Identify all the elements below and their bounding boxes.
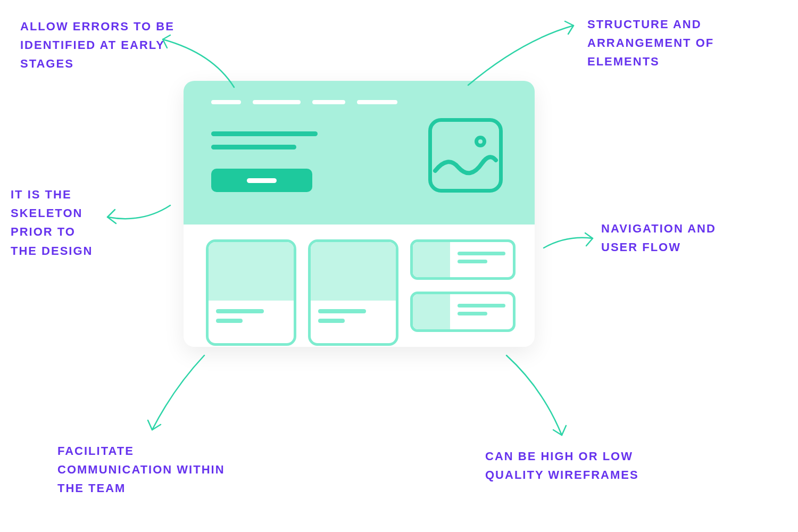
- nav-item: [211, 100, 241, 104]
- arrow-top-right: [463, 19, 580, 88]
- cta-button-placeholder: [211, 169, 312, 192]
- arrow-bottom-right: [500, 351, 575, 442]
- label-structure: STRUCTURE AND ARRANGEMENT OF ELEMENTS: [587, 15, 726, 71]
- label-facilitate: FACILITATE COMMUNICATION WITHIN THE TEAM: [57, 442, 238, 498]
- hero-section: [184, 81, 535, 225]
- label-allow-errors: ALLOW ERRORS TO BE IDENTIFIED AT EARLY S…: [20, 17, 196, 73]
- arrow-mid-right: [539, 229, 598, 255]
- image-placeholder-icon: [428, 118, 503, 193]
- card-placeholder: [308, 239, 398, 346]
- wireframe-mockup: [184, 81, 535, 347]
- list-item-placeholder: [410, 239, 516, 280]
- arrow-mid-left: [100, 198, 174, 230]
- card-placeholder: [206, 239, 296, 346]
- nav-placeholder: [211, 100, 397, 104]
- heading-placeholder: [211, 131, 318, 158]
- label-navigation: NAVIGATION AND USER FLOW: [601, 219, 718, 256]
- arrow-bottom-left: [142, 351, 211, 436]
- content-row: [184, 225, 535, 347]
- label-skeleton: IT IS THE SKELETON PRIOR TO THE DESIGN: [11, 185, 106, 260]
- nav-item: [357, 100, 397, 104]
- list-column: [410, 239, 516, 332]
- nav-item: [253, 100, 301, 104]
- nav-item: [312, 100, 345, 104]
- label-quality: CAN BE HIGH OR LOW QUALITY WIREFRAMES: [485, 447, 687, 484]
- list-item-placeholder: [410, 292, 516, 332]
